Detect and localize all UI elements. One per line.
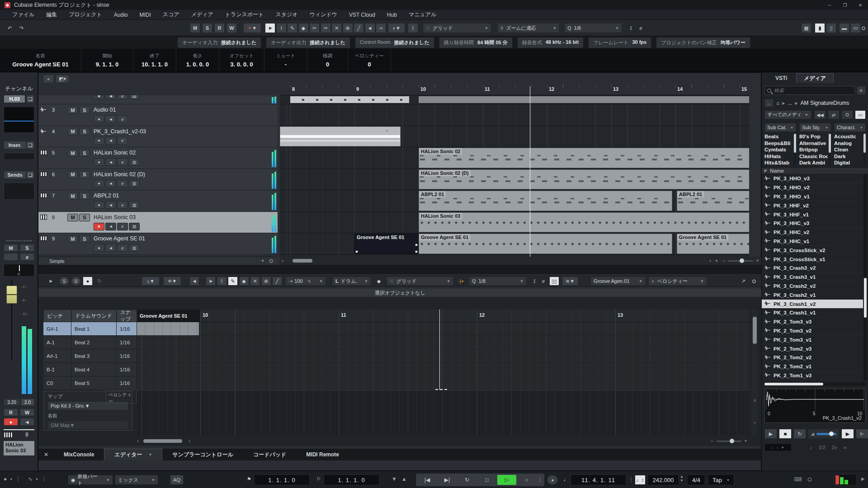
menu-item-VST Cloud[interactable]: VST Cloud — [343, 12, 381, 18]
drum-sound-Beat 2[interactable]: Beat 2 — [71, 336, 117, 349]
file-row-PK_3_Crash1_v2[interactable]: PK_3_Crash1_v2 — [762, 300, 863, 309]
zoom-out-icon[interactable]: − — [722, 258, 725, 264]
editor-scroll-thumb[interactable] — [143, 439, 182, 443]
editor-swing-icon[interactable]: ⁒ — [529, 277, 539, 286]
track-solo-button[interactable]: S — [79, 171, 90, 178]
file-row-PK_3_HHF_v2[interactable]: PK_3_HHF_v2 — [762, 201, 863, 210]
file-row-PK_2_Tom2_v3[interactable]: PK_2_Tom2_v3 — [762, 344, 863, 353]
insert-slot[interactable] — [4, 153, 34, 160]
media-gear-icon[interactable]: ⛭ — [841, 110, 853, 119]
preview-volume[interactable]: ◢ — [808, 429, 840, 439]
channel-listen-button[interactable] — [4, 253, 18, 261]
track-instrument-button[interactable]: ▥ — [129, 223, 140, 230]
tab-コードパッド[interactable]: コードパッド — [243, 449, 296, 460]
sends-section-button[interactable]: Sends — [4, 171, 26, 179]
ed-erase-tool-icon[interactable]: ◆ — [239, 277, 249, 286]
track-monitor-button[interactable]: ◄ — [105, 137, 116, 145]
record-in-editor-button[interactable]: ① — [71, 277, 81, 286]
tab-サンプラーコントロール[interactable]: サンプラーコントロール — [162, 449, 243, 460]
close-lower-zone-icon[interactable]: ✕ — [38, 451, 54, 458]
left-locator-flag-icon[interactable]: ⚑ — [247, 476, 251, 482]
tab-dropdown-icon[interactable]: ▼ — [148, 453, 152, 457]
file-row-PK_3_Crash3_v1[interactable]: PK_3_Crash3_v1 — [762, 273, 863, 282]
track-edit-button[interactable]: e — [117, 201, 128, 209]
file-row-PK_3_HHO_v1[interactable]: PK_3_HHO_v1 — [762, 192, 863, 202]
drum-pitch-A-1[interactable]: A-1 — [43, 336, 71, 349]
filter-item-Digital[interactable]: Digital — [834, 160, 863, 167]
file-row-PK_3_Crash3_v2[interactable]: PK_3_Crash3_v2 — [762, 264, 863, 273]
track-row-HALion Sonic 02[interactable]: 5MSHALion Sonic 02●◄e▥ — [38, 147, 278, 169]
transport-gear-icon[interactable]: ⛭ — [807, 476, 812, 483]
ed-select-tool-icon[interactable]: ➤ — [206, 277, 216, 286]
show-part-borders-button[interactable]: ▯▯ — [549, 277, 559, 286]
preview-loop-button[interactable]: ↻ — [793, 429, 806, 439]
record-button[interactable]: ○ — [517, 475, 536, 485]
zone-lower-toggle-icon[interactable]: ▬ — [839, 23, 849, 33]
media-tab-VSTi[interactable]: VSTi — [768, 73, 794, 83]
loop-icon[interactable]: ↻ — [94, 277, 104, 286]
undo-icon[interactable]: ↶ — [5, 23, 15, 33]
search-input[interactable] — [774, 88, 842, 93]
channel-overview[interactable] — [4, 107, 34, 133]
editor-quantize-edit-icon[interactable]: e — [538, 277, 548, 286]
drum-snap[interactable]: 1/16 — [117, 336, 137, 349]
erase-tool-icon[interactable]: ◆ — [298, 23, 309, 33]
scroll-left-icon[interactable]: ‹ — [282, 258, 283, 264]
edit-channel-icon[interactable]: e — [117, 95, 128, 99]
channel-solo-button[interactable]: S — [20, 244, 34, 252]
filter-item-HiHats[interactable]: HiHats — [764, 154, 793, 160]
track-mute-button[interactable]: M — [67, 171, 78, 178]
ed-draw-tool-icon[interactable]: ✎ — [228, 277, 238, 286]
event-HALion Sonic 03[interactable]: HALion Sonic 03◆◆◆◆◆◆◆◆◆◆◆◆◆◆◆◆◆◆◆◆◆◆◆◆◆… — [419, 212, 749, 233]
event-ABPL2 01[interactable]: ABPL2 01 — [677, 191, 749, 211]
filter-scrollbar[interactable] — [863, 134, 866, 165]
drum-grid-row[interactable] — [137, 349, 749, 363]
editor-solo-button[interactable]: S — [59, 277, 69, 286]
ed-scroll-left-icon[interactable]: ‹ — [137, 438, 139, 444]
editor-ruler[interactable]: Groove Agent SE 01 10111213 — [137, 310, 749, 322]
strip-event[interactable] — [290, 96, 409, 103]
track-mute-button[interactable]: M — [67, 128, 78, 136]
home-icon[interactable]: ⌂ — [776, 100, 779, 106]
menu-item-MIDI[interactable]: MIDI — [134, 12, 157, 18]
info-field-名前[interactable]: 名前Groove Agent SE 01 — [0, 49, 81, 72]
midi-cycle-mode-dropdown[interactable]: ミックス▼ — [115, 475, 158, 485]
track-record-button[interactable]: ● — [94, 158, 104, 166]
arrange-lane-HALion Sonic 03[interactable]: HALion Sonic 03◆◆◆◆◆◆◆◆◆◆◆◆◆◆◆◆◆◆◆◆◆◆◆◆◆… — [280, 212, 749, 234]
sends-bypass-icon[interactable]: ❏ — [26, 171, 34, 179]
filter-item-Alternative[interactable]: Alternative — [799, 141, 828, 147]
track-edit-button[interactable]: e — [117, 223, 128, 230]
editor-zoom-slider[interactable] — [716, 441, 741, 442]
track-record-button[interactable]: ● — [94, 223, 104, 230]
right-locator-display[interactable]: 1. 1. 1. 0 — [324, 474, 379, 485]
zoom-in-icon[interactable]: + — [756, 258, 759, 264]
agent-gear-icon[interactable]: ⛭ — [269, 258, 273, 264]
status-残り録音時間[interactable]: 残り録音時間84 時間 05 分 — [439, 38, 512, 48]
drum-column-header-ドラムサウンド[interactable]: ドラムサウンド — [71, 310, 117, 322]
editor-snap-dropdown[interactable]: ⤫グリッド▼ — [387, 277, 453, 286]
inserts-bypass-icon[interactable]: ❏ — [26, 141, 34, 149]
zone-right-toggle-icon[interactable]: ▯ — [826, 23, 836, 33]
split-tool-icon[interactable]: ✂ — [309, 23, 320, 33]
midi-record-mode-dropdown[interactable]: ◉新規パート▼ — [68, 475, 113, 485]
channel-tab-button[interactable]: H.03 — [4, 95, 25, 103]
line-tool-icon[interactable]: ╱ — [354, 23, 364, 33]
track-row-HALion Sonic 03[interactable]: 8MSHALion Sonic 03●◄e▥ — [38, 212, 278, 234]
file-row-PK_2_Tom2_v1[interactable]: PK_2_Tom2_v1 — [762, 362, 863, 371]
filter-item-Clean[interactable]: Clean — [834, 147, 863, 154]
controller-lane-dropdown[interactable]: ◗ベロシティー▼ — [648, 277, 707, 286]
object-selection-tool-icon[interactable]: ➤ — [265, 23, 275, 33]
track-mute-button[interactable]: M — [67, 149, 78, 157]
filter-item-80's Pop[interactable]: 80's Pop — [799, 134, 828, 141]
menu-item-プロジェクト[interactable]: プロジェクト — [63, 11, 108, 19]
track-row-ABPL2 01[interactable]: 7MSABPL2 01●◄e▥ — [38, 190, 278, 212]
drum-column-header-ピッチ[interactable]: ピッチ — [43, 310, 71, 322]
snap-type-dropdown[interactable]: ⤫グリッド▼ — [423, 23, 491, 33]
ed-line-tool-icon[interactable]: ╱ — [272, 277, 282, 286]
fader-value[interactable]: 3.20 — [4, 399, 20, 406]
preview-play-button[interactable]: ▶ — [764, 429, 777, 439]
breadcrumb-current[interactable]: AM SignatureDrums — [801, 100, 849, 106]
monitor-icon[interactable]: ◄ — [105, 95, 116, 99]
tempo-display[interactable]: 242.000 — [647, 474, 679, 485]
filter-item-Cymbals[interactable]: Cymbals — [764, 147, 793, 154]
